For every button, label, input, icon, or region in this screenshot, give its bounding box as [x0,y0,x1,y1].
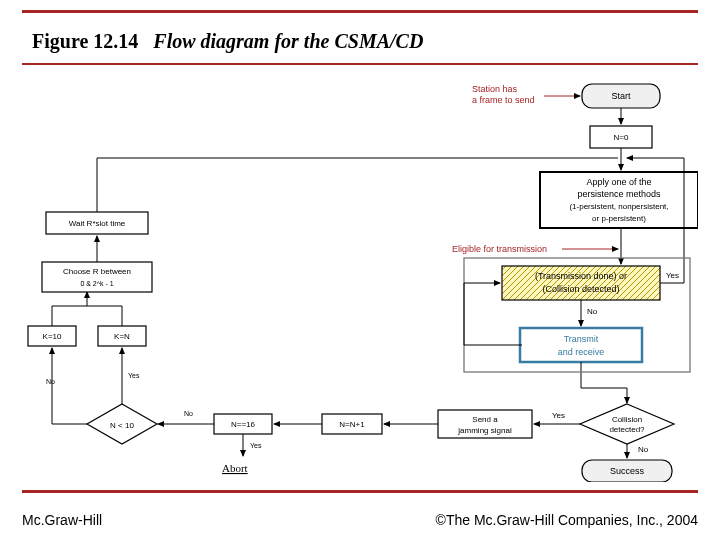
figure-title: Figure 12.14 Flow diagram for the CSMA/C… [32,30,423,53]
apply-l3: (1-persistent, nonpersistent, [569,202,668,211]
rule-mid [22,63,698,65]
nlt10-label: N < 10 [110,421,134,430]
station-has-line2: a frame to send [472,95,535,105]
nn1-label: N=N+1 [339,420,365,429]
station-has-line1: Station has [472,84,518,94]
cond-no: No [587,307,598,316]
k10-label: K=10 [43,332,62,341]
tx-l1: Transmit [564,334,599,344]
nlt10-yes: Yes [128,372,140,379]
jam-l1: Send a [472,415,498,424]
footer-copyright: ©The Mc.Graw-Hill Companies, Inc., 2004 [436,512,698,528]
eligible-label: Eligible for transmission [452,244,547,254]
flowchart: Start Station has a frame to send N=0 Ap… [22,78,698,482]
start-label: Start [611,91,631,101]
coll-l1: Collision [612,415,642,424]
kn-label: K=N [114,332,130,341]
cond-l2: (Collision detected) [542,284,619,294]
n0-label: N=0 [614,133,629,142]
coll-yes: Yes [552,411,565,420]
apply-l4: or p-persistent) [592,214,646,223]
wait-label: Wait R*slot time [69,219,126,228]
footer-publisher: Mc.Graw-Hill [22,512,102,528]
tx-l2: and receive [558,347,605,357]
n16-yes: Yes [250,442,262,449]
coll-l2: detected? [609,425,645,434]
coll-no: No [638,445,649,454]
rule-top [22,10,698,13]
figure-number: Figure 12.14 [32,30,138,52]
nlt10-no: No [46,378,55,385]
choose-l1: Choose R between [63,267,131,276]
apply-l2: persistence methods [577,189,661,199]
success-label: Success [610,466,645,476]
n16-label: N==16 [231,420,256,429]
cond-yes: Yes [666,271,679,280]
n16-no: No [184,410,193,417]
jam-l2: jamming signal [457,426,512,435]
rule-bottom [22,490,698,493]
coll-node [580,404,674,444]
figure-caption: Flow diagram for the CSMA/CD [153,30,423,52]
choose-l2: 0 & 2^k - 1 [80,280,113,287]
apply-l1: Apply one of the [586,177,651,187]
abort-label: Abort [222,462,248,474]
cond-l1: (Transmission done) or [535,271,627,281]
